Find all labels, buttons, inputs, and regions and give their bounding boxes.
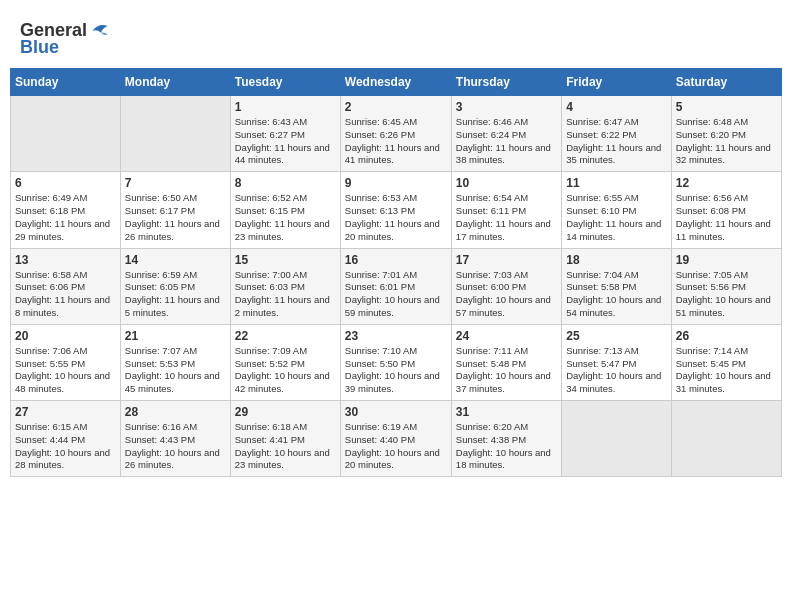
- day-number: 16: [345, 253, 447, 267]
- day-number: 1: [235, 100, 336, 114]
- calendar-cell: 24Sunrise: 7:11 AMSunset: 5:48 PMDayligh…: [451, 324, 561, 400]
- calendar-week-row: 6Sunrise: 6:49 AMSunset: 6:18 PMDaylight…: [11, 172, 782, 248]
- cell-content: Sunrise: 6:43 AMSunset: 6:27 PMDaylight:…: [235, 116, 336, 167]
- calendar-cell: 15Sunrise: 7:00 AMSunset: 6:03 PMDayligh…: [230, 248, 340, 324]
- day-number: 23: [345, 329, 447, 343]
- cell-content: Sunrise: 6:53 AMSunset: 6:13 PMDaylight:…: [345, 192, 447, 243]
- calendar-cell: 16Sunrise: 7:01 AMSunset: 6:01 PMDayligh…: [340, 248, 451, 324]
- calendar-week-row: 27Sunrise: 6:15 AMSunset: 4:44 PMDayligh…: [11, 401, 782, 477]
- day-number: 24: [456, 329, 557, 343]
- calendar-cell: 3Sunrise: 6:46 AMSunset: 6:24 PMDaylight…: [451, 96, 561, 172]
- cell-content: Sunrise: 6:55 AMSunset: 6:10 PMDaylight:…: [566, 192, 666, 243]
- day-number: 28: [125, 405, 226, 419]
- day-number: 25: [566, 329, 666, 343]
- day-number: 27: [15, 405, 116, 419]
- calendar-cell: [671, 401, 781, 477]
- day-number: 14: [125, 253, 226, 267]
- calendar-cell: 1Sunrise: 6:43 AMSunset: 6:27 PMDaylight…: [230, 96, 340, 172]
- day-number: 19: [676, 253, 777, 267]
- calendar-table: SundayMondayTuesdayWednesdayThursdayFrid…: [10, 68, 782, 477]
- calendar-cell: 23Sunrise: 7:10 AMSunset: 5:50 PMDayligh…: [340, 324, 451, 400]
- day-number: 13: [15, 253, 116, 267]
- day-number: 21: [125, 329, 226, 343]
- calendar-cell: 5Sunrise: 6:48 AMSunset: 6:20 PMDaylight…: [671, 96, 781, 172]
- day-number: 17: [456, 253, 557, 267]
- cell-content: Sunrise: 6:15 AMSunset: 4:44 PMDaylight:…: [15, 421, 116, 472]
- logo-bird-icon: [89, 21, 109, 41]
- day-header-monday: Monday: [120, 69, 230, 96]
- day-number: 8: [235, 176, 336, 190]
- day-number: 6: [15, 176, 116, 190]
- day-number: 26: [676, 329, 777, 343]
- day-header-friday: Friday: [562, 69, 671, 96]
- cell-content: Sunrise: 6:52 AMSunset: 6:15 PMDaylight:…: [235, 192, 336, 243]
- cell-content: Sunrise: 7:07 AMSunset: 5:53 PMDaylight:…: [125, 345, 226, 396]
- cell-content: Sunrise: 7:09 AMSunset: 5:52 PMDaylight:…: [235, 345, 336, 396]
- calendar-cell: 29Sunrise: 6:18 AMSunset: 4:41 PMDayligh…: [230, 401, 340, 477]
- day-number: 18: [566, 253, 666, 267]
- day-number: 2: [345, 100, 447, 114]
- calendar-cell: 14Sunrise: 6:59 AMSunset: 6:05 PMDayligh…: [120, 248, 230, 324]
- day-number: 9: [345, 176, 447, 190]
- calendar-cell: 28Sunrise: 6:16 AMSunset: 4:43 PMDayligh…: [120, 401, 230, 477]
- cell-content: Sunrise: 7:04 AMSunset: 5:58 PMDaylight:…: [566, 269, 666, 320]
- cell-content: Sunrise: 6:18 AMSunset: 4:41 PMDaylight:…: [235, 421, 336, 472]
- cell-content: Sunrise: 6:56 AMSunset: 6:08 PMDaylight:…: [676, 192, 777, 243]
- calendar-cell: [11, 96, 121, 172]
- calendar-cell: 7Sunrise: 6:50 AMSunset: 6:17 PMDaylight…: [120, 172, 230, 248]
- calendar-cell: 25Sunrise: 7:13 AMSunset: 5:47 PMDayligh…: [562, 324, 671, 400]
- day-number: 15: [235, 253, 336, 267]
- day-header-saturday: Saturday: [671, 69, 781, 96]
- cell-content: Sunrise: 7:00 AMSunset: 6:03 PMDaylight:…: [235, 269, 336, 320]
- calendar-cell: 13Sunrise: 6:58 AMSunset: 6:06 PMDayligh…: [11, 248, 121, 324]
- page-header: General Blue: [10, 10, 782, 63]
- day-number: 10: [456, 176, 557, 190]
- day-number: 7: [125, 176, 226, 190]
- cell-content: Sunrise: 6:47 AMSunset: 6:22 PMDaylight:…: [566, 116, 666, 167]
- cell-content: Sunrise: 6:54 AMSunset: 6:11 PMDaylight:…: [456, 192, 557, 243]
- cell-content: Sunrise: 6:49 AMSunset: 6:18 PMDaylight:…: [15, 192, 116, 243]
- calendar-week-row: 1Sunrise: 6:43 AMSunset: 6:27 PMDaylight…: [11, 96, 782, 172]
- cell-content: Sunrise: 6:58 AMSunset: 6:06 PMDaylight:…: [15, 269, 116, 320]
- calendar-cell: 12Sunrise: 6:56 AMSunset: 6:08 PMDayligh…: [671, 172, 781, 248]
- day-number: 3: [456, 100, 557, 114]
- cell-content: Sunrise: 7:05 AMSunset: 5:56 PMDaylight:…: [676, 269, 777, 320]
- day-number: 29: [235, 405, 336, 419]
- cell-content: Sunrise: 6:19 AMSunset: 4:40 PMDaylight:…: [345, 421, 447, 472]
- cell-content: Sunrise: 6:45 AMSunset: 6:26 PMDaylight:…: [345, 116, 447, 167]
- cell-content: Sunrise: 6:59 AMSunset: 6:05 PMDaylight:…: [125, 269, 226, 320]
- calendar-cell: [120, 96, 230, 172]
- calendar-cell: 21Sunrise: 7:07 AMSunset: 5:53 PMDayligh…: [120, 324, 230, 400]
- calendar-cell: 17Sunrise: 7:03 AMSunset: 6:00 PMDayligh…: [451, 248, 561, 324]
- day-number: 30: [345, 405, 447, 419]
- day-number: 22: [235, 329, 336, 343]
- day-header-tuesday: Tuesday: [230, 69, 340, 96]
- calendar-cell: 30Sunrise: 6:19 AMSunset: 4:40 PMDayligh…: [340, 401, 451, 477]
- cell-content: Sunrise: 7:01 AMSunset: 6:01 PMDaylight:…: [345, 269, 447, 320]
- day-number: 11: [566, 176, 666, 190]
- cell-content: Sunrise: 7:11 AMSunset: 5:48 PMDaylight:…: [456, 345, 557, 396]
- cell-content: Sunrise: 7:10 AMSunset: 5:50 PMDaylight:…: [345, 345, 447, 396]
- cell-content: Sunrise: 6:46 AMSunset: 6:24 PMDaylight:…: [456, 116, 557, 167]
- calendar-cell: 19Sunrise: 7:05 AMSunset: 5:56 PMDayligh…: [671, 248, 781, 324]
- calendar-cell: 22Sunrise: 7:09 AMSunset: 5:52 PMDayligh…: [230, 324, 340, 400]
- day-header-thursday: Thursday: [451, 69, 561, 96]
- calendar-cell: 10Sunrise: 6:54 AMSunset: 6:11 PMDayligh…: [451, 172, 561, 248]
- calendar-cell: 11Sunrise: 6:55 AMSunset: 6:10 PMDayligh…: [562, 172, 671, 248]
- calendar-cell: 4Sunrise: 6:47 AMSunset: 6:22 PMDaylight…: [562, 96, 671, 172]
- calendar-cell: 8Sunrise: 6:52 AMSunset: 6:15 PMDaylight…: [230, 172, 340, 248]
- calendar-week-row: 20Sunrise: 7:06 AMSunset: 5:55 PMDayligh…: [11, 324, 782, 400]
- logo: General Blue: [20, 20, 109, 58]
- calendar-cell: 26Sunrise: 7:14 AMSunset: 5:45 PMDayligh…: [671, 324, 781, 400]
- calendar-header-row: SundayMondayTuesdayWednesdayThursdayFrid…: [11, 69, 782, 96]
- calendar-cell: 20Sunrise: 7:06 AMSunset: 5:55 PMDayligh…: [11, 324, 121, 400]
- calendar-cell: 31Sunrise: 6:20 AMSunset: 4:38 PMDayligh…: [451, 401, 561, 477]
- day-header-sunday: Sunday: [11, 69, 121, 96]
- day-number: 31: [456, 405, 557, 419]
- day-number: 20: [15, 329, 116, 343]
- calendar-cell: 18Sunrise: 7:04 AMSunset: 5:58 PMDayligh…: [562, 248, 671, 324]
- cell-content: Sunrise: 6:50 AMSunset: 6:17 PMDaylight:…: [125, 192, 226, 243]
- day-header-wednesday: Wednesday: [340, 69, 451, 96]
- cell-content: Sunrise: 7:14 AMSunset: 5:45 PMDaylight:…: [676, 345, 777, 396]
- calendar-cell: 6Sunrise: 6:49 AMSunset: 6:18 PMDaylight…: [11, 172, 121, 248]
